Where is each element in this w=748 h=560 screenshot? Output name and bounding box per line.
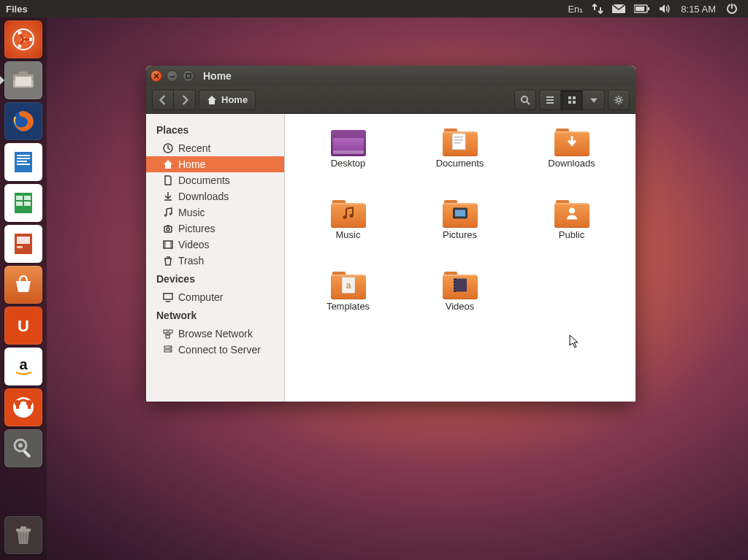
file-manager-body: Places Recent Home Documents Downloads M… bbox=[146, 114, 636, 402]
view-buttons bbox=[539, 90, 605, 110]
svg-point-62 bbox=[167, 228, 169, 231]
section-devices: Devices bbox=[146, 269, 284, 289]
path-bar-home[interactable]: Home bbox=[199, 90, 256, 110]
folder-label: Videos bbox=[446, 301, 475, 312]
svg-rect-30 bbox=[17, 246, 23, 248]
svg-rect-95 bbox=[454, 286, 457, 288]
svg-text:a: a bbox=[19, 356, 28, 372]
view-dropdown-button[interactable] bbox=[583, 90, 605, 110]
svg-point-79 bbox=[169, 350, 171, 352]
folder-documents[interactable]: Documents bbox=[404, 124, 516, 196]
launcher-music[interactable] bbox=[4, 388, 42, 426]
panel-app-name[interactable]: Files bbox=[6, 4, 28, 15]
mail-indicator[interactable] bbox=[608, 0, 630, 18]
keyboard-indicator[interactable]: En₁ bbox=[563, 0, 587, 18]
launcher-firefox[interactable] bbox=[4, 102, 42, 140]
launcher-calc[interactable] bbox=[4, 184, 42, 222]
sidebar-item-home[interactable]: Home bbox=[146, 156, 284, 172]
gear-button[interactable] bbox=[608, 90, 630, 110]
svg-point-59 bbox=[164, 214, 167, 217]
launcher-trash[interactable] bbox=[4, 516, 42, 554]
folder-label: Templates bbox=[327, 301, 370, 312]
folder-label: Downloads bbox=[548, 158, 595, 169]
maximize-button[interactable] bbox=[183, 70, 194, 82]
folder-public[interactable]: Public bbox=[516, 196, 627, 267]
window-titlebar[interactable]: Home bbox=[146, 66, 636, 86]
files-window: Home Home Places Recent Home Documents D… bbox=[146, 66, 636, 402]
sidebar: Places Recent Home Documents Downloads M… bbox=[146, 114, 285, 402]
launcher-impress[interactable] bbox=[4, 225, 42, 263]
svg-rect-87 bbox=[455, 210, 465, 216]
svg-rect-21 bbox=[17, 161, 27, 162]
svg-rect-42 bbox=[20, 526, 26, 529]
svg-rect-25 bbox=[24, 196, 31, 200]
mouse-cursor bbox=[569, 334, 581, 349]
session-indicator[interactable] bbox=[722, 0, 742, 18]
sidebar-item-trash[interactable]: Trash bbox=[146, 253, 284, 269]
launcher-ubuntu-one[interactable]: U bbox=[4, 307, 42, 345]
svg-rect-53 bbox=[568, 96, 571, 99]
svg-point-48 bbox=[522, 96, 527, 102]
svg-point-60 bbox=[169, 212, 172, 215]
search-button[interactable] bbox=[514, 90, 536, 110]
sidebar-item-recent[interactable]: Recent bbox=[146, 140, 284, 156]
svg-rect-61 bbox=[164, 226, 172, 232]
sound-indicator[interactable] bbox=[654, 0, 675, 18]
folder-videos[interactable]: Videos bbox=[404, 267, 516, 339]
svg-rect-15 bbox=[15, 77, 31, 86]
sidebar-item-browse-network[interactable]: Browse Network bbox=[146, 326, 284, 342]
svg-rect-36 bbox=[16, 403, 19, 409]
forward-button[interactable] bbox=[174, 90, 196, 110]
svg-point-84 bbox=[343, 215, 346, 219]
sidebar-item-downloads[interactable]: Downloads bbox=[146, 188, 284, 204]
launcher-settings[interactable] bbox=[4, 429, 42, 467]
section-places: Places bbox=[146, 120, 284, 140]
folder-music[interactable]: Music bbox=[292, 196, 404, 267]
network-indicator[interactable] bbox=[587, 0, 608, 18]
sidebar-label: Music bbox=[178, 207, 205, 218]
close-button[interactable] bbox=[150, 70, 162, 82]
sidebar-label: Downloads bbox=[178, 191, 229, 202]
minimize-button[interactable] bbox=[167, 70, 178, 82]
sidebar-label: Connect to Server bbox=[178, 344, 261, 356]
sidebar-item-videos[interactable]: Videos bbox=[146, 237, 284, 253]
sidebar-item-computer[interactable]: Computer bbox=[146, 289, 284, 305]
sidebar-item-connect-server[interactable]: Connect to Server bbox=[146, 342, 284, 358]
battery-indicator[interactable] bbox=[630, 0, 654, 18]
file-area[interactable]: Desktop Documents Downloads Music Pictur… bbox=[285, 114, 636, 402]
launcher-dash[interactable] bbox=[4, 20, 42, 58]
sidebar-label: Browse Network bbox=[178, 328, 253, 340]
svg-rect-26 bbox=[16, 202, 23, 206]
svg-rect-94 bbox=[454, 283, 457, 285]
sidebar-item-pictures[interactable]: Pictures bbox=[146, 220, 284, 237]
folder-desktop[interactable]: Desktop bbox=[292, 124, 404, 196]
window-title: Home bbox=[203, 70, 232, 82]
folder-label: Pictures bbox=[443, 229, 477, 240]
back-button[interactable] bbox=[152, 90, 174, 110]
sidebar-item-music[interactable]: Music bbox=[146, 204, 284, 220]
launcher-files[interactable] bbox=[4, 61, 42, 99]
launcher-software-center[interactable] bbox=[4, 266, 42, 304]
panel-clock[interactable]: 8:15 AM bbox=[675, 4, 722, 15]
svg-point-85 bbox=[349, 214, 353, 218]
grid-view-button[interactable] bbox=[561, 90, 583, 110]
svg-rect-41 bbox=[16, 529, 31, 532]
svg-rect-56 bbox=[573, 101, 576, 104]
svg-rect-16 bbox=[19, 72, 28, 75]
svg-rect-54 bbox=[573, 96, 576, 99]
folder-label: Music bbox=[336, 229, 361, 240]
svg-rect-40 bbox=[23, 450, 31, 458]
folder-pictures[interactable]: Pictures bbox=[404, 196, 516, 267]
sidebar-item-documents[interactable]: Documents bbox=[146, 172, 284, 188]
svg-point-78 bbox=[169, 347, 171, 348]
svg-rect-24 bbox=[16, 196, 23, 200]
launcher-amazon[interactable]: a bbox=[4, 348, 42, 386]
folder-templates[interactable]: a Templates bbox=[292, 267, 404, 339]
svg-rect-71 bbox=[166, 335, 169, 338]
unity-launcher: U a bbox=[0, 18, 47, 560]
list-view-button[interactable] bbox=[539, 90, 561, 110]
launcher-writer[interactable] bbox=[4, 143, 42, 181]
svg-rect-67 bbox=[164, 294, 172, 299]
svg-rect-93 bbox=[454, 280, 457, 282]
folder-downloads[interactable]: Downloads bbox=[516, 124, 627, 196]
